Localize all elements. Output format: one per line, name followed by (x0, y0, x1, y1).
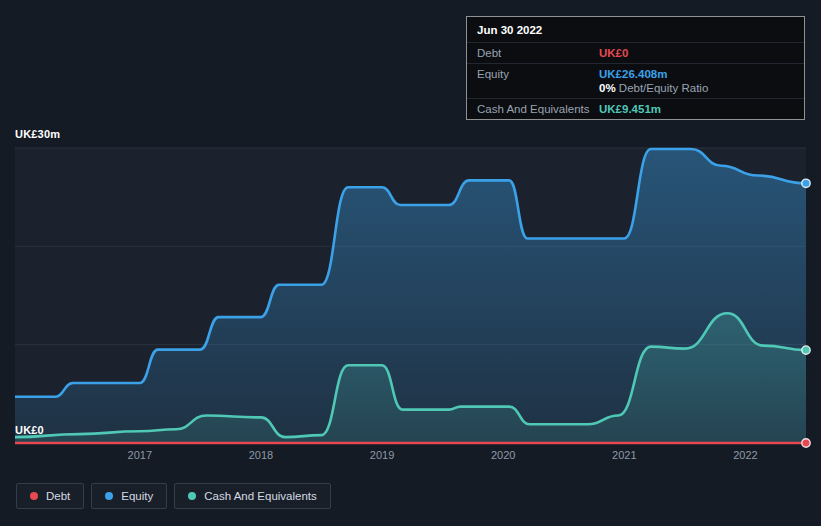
tooltip-debt-equity-ratio: 0% Debt/Equity Ratio (599, 82, 794, 94)
y-axis-label-top: UK£30m (15, 128, 60, 140)
x-axis-tick-label: 2018 (249, 449, 273, 461)
tooltip-cash-label: Cash And Equivalents (477, 103, 599, 115)
x-axis-tick-label: 2022 (733, 449, 757, 461)
tooltip-row-cash: Cash And Equivalents UK£9.451m (467, 98, 804, 119)
y-axis-label-bottom: UK£0 (15, 424, 44, 436)
tooltip-date: Jun 30 2022 (467, 17, 804, 42)
tooltip-row-debt: Debt UK£0 (467, 42, 804, 63)
legend-debt-label: Debt (46, 490, 70, 502)
legend-item-debt[interactable]: Debt (16, 483, 84, 509)
x-axis-tick-label: 2021 (612, 449, 636, 461)
tooltip-debt-label: Debt (477, 47, 599, 59)
x-axis: 201720182019202020212022 (0, 449, 821, 465)
cash-and-equivalents-end-marker (802, 346, 810, 354)
page: { "tooltip": { "date": "Jun 30 2022", "r… (0, 0, 821, 526)
legend-item-cash[interactable]: Cash And Equivalents (174, 483, 331, 509)
x-axis-tick-label: 2020 (491, 449, 515, 461)
equity-series-dot-icon (105, 492, 113, 500)
tooltip-equity-label: Equity (477, 68, 599, 80)
x-axis-tick-label: 2017 (128, 449, 152, 461)
tooltip-equity-value: UK£26.408m (599, 68, 667, 80)
chart-tooltip: Jun 30 2022 Debt UK£0 Equity UK£26.408m … (466, 16, 805, 120)
legend-cash-label: Cash And Equivalents (204, 490, 317, 502)
legend-equity-label: Equity (121, 490, 153, 502)
equity-end-marker (802, 179, 810, 187)
debt-end-marker (802, 439, 810, 447)
tooltip-row-equity: Equity UK£26.408m 0% Debt/Equity Ratio (467, 63, 804, 98)
debt-equity-history-panel: UK£30m UK£0 201720182019202020212022 Jun… (0, 0, 821, 526)
legend-item-equity[interactable]: Equity (91, 483, 167, 509)
cash-series-dot-icon (188, 492, 196, 500)
debt-series-dot-icon (30, 492, 38, 500)
tooltip-cash-value: UK£9.451m (599, 103, 794, 115)
chart-legend: Debt Equity Cash And Equivalents (16, 483, 331, 509)
x-axis-tick-label: 2019 (370, 449, 394, 461)
tooltip-debt-value: UK£0 (599, 47, 794, 59)
